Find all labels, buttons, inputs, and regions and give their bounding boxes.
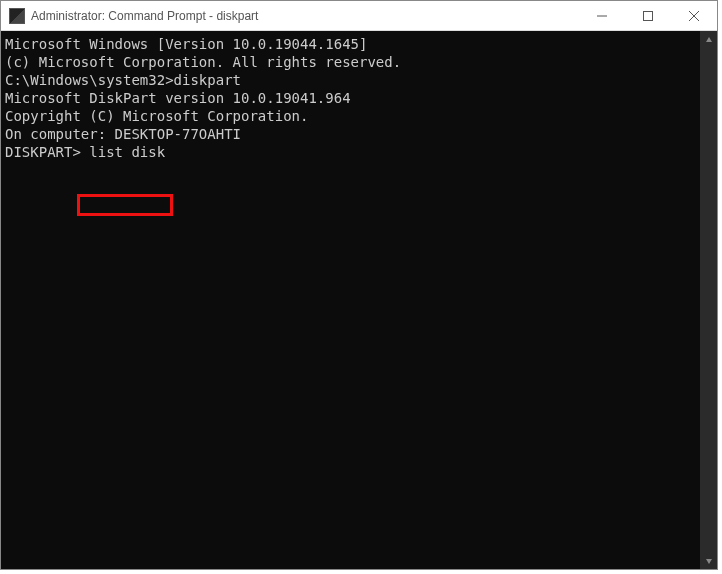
scroll-track[interactable]: [700, 48, 717, 552]
svg-marker-5: [706, 559, 712, 564]
scroll-down-arrow[interactable]: [700, 552, 717, 569]
window-title: Administrator: Command Prompt - diskpart: [31, 9, 258, 23]
terminal-line: Microsoft Windows [Version 10.0.19044.16…: [5, 35, 696, 53]
command-prompt-window: Administrator: Command Prompt - diskpart…: [0, 0, 718, 570]
scrollbar[interactable]: [700, 31, 717, 569]
scroll-up-arrow[interactable]: [700, 31, 717, 48]
maximize-button[interactable]: [625, 1, 671, 31]
close-button[interactable]: [671, 1, 717, 31]
terminal-output[interactable]: Microsoft Windows [Version 10.0.19044.16…: [1, 31, 700, 569]
terminal-line: On computer: DESKTOP-77OAHTI: [5, 125, 696, 143]
minimize-button[interactable]: [579, 1, 625, 31]
terminal-line: Copyright (C) Microsoft Corporation.: [5, 107, 696, 125]
cmd-icon: [9, 8, 25, 24]
terminal-line: C:\Windows\system32>diskpart: [5, 71, 696, 89]
terminal-line: DISKPART> list disk: [5, 143, 696, 161]
titlebar[interactable]: Administrator: Command Prompt - diskpart: [1, 1, 717, 31]
content-area: Microsoft Windows [Version 10.0.19044.16…: [1, 31, 717, 569]
terminal-line: Microsoft DiskPart version 10.0.19041.96…: [5, 89, 696, 107]
terminal-line: (c) Microsoft Corporation. All rights re…: [5, 53, 696, 71]
svg-rect-1: [644, 11, 653, 20]
svg-marker-4: [706, 37, 712, 42]
